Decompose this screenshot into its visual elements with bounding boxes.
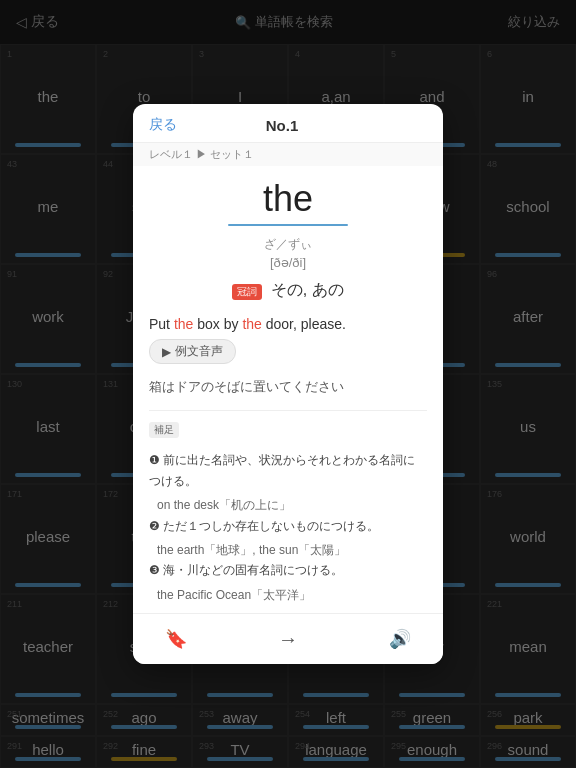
modal-divider [149, 410, 427, 411]
modal-word: the [149, 178, 427, 220]
modal-meaning: 冠詞 その, あの [149, 280, 427, 301]
highlight-the2: the [242, 316, 261, 332]
modal-word-underline [228, 224, 348, 226]
highlight-the1: the [174, 316, 193, 332]
modal-meaning-badge: 冠詞 [232, 284, 262, 300]
next-word-button[interactable]: → [278, 628, 298, 651]
audio-button[interactable]: 🔊 [381, 624, 419, 654]
play-label: 例文音声 [175, 343, 223, 360]
modal-back-button[interactable]: 戻る [149, 116, 177, 134]
modal-note-sub-3: the Pacific Ocean「太平洋」 [157, 585, 427, 605]
modal-note-sub-1: on the desk「机の上に」 [157, 495, 427, 515]
breadcrumb-text: レベル１ ▶ セット１ [149, 147, 254, 162]
modal-translation: 箱はドアのそばに置いてください [149, 378, 427, 396]
modal-note-1: ❶ 前に出た名詞や、状況からそれとわかる名詞につける。 [149, 450, 427, 491]
modal-note-3: ❸ 海・川などの固有名詞につける。 [149, 560, 427, 580]
modal-note-badge: 補足 [149, 422, 179, 438]
modal-title: No.1 [266, 117, 299, 134]
bookmark-button[interactable]: 🔖 [157, 624, 195, 654]
modal-breadcrumb: レベル１ ▶ セット１ [133, 143, 443, 166]
play-audio-button[interactable]: ▶ 例文音声 [149, 339, 236, 364]
modal-example-sentence: Put the box by the door, please. [149, 313, 427, 335]
modal-meaning-text: その, あの [271, 281, 344, 298]
modal-body: the ざ／ずぃ [ðə/ði] 冠詞 その, あの Put the box b… [133, 166, 443, 613]
modal-note-2: ❷ ただ１つしか存在しないものにつける。 [149, 516, 427, 536]
modal-footer: 🔖 → 🔊 [133, 613, 443, 664]
modal-header: 戻る No.1 [133, 104, 443, 143]
modal-pronunciation-kana: ざ／ずぃ [149, 236, 427, 253]
modal-overlay: 戻る No.1 レベル１ ▶ セット１ the ざ／ずぃ [ðə/ði] 冠詞 … [0, 0, 576, 768]
modal-note-sub-2: the earth「地球」, the sun「太陽」 [157, 540, 427, 560]
word-detail-modal: 戻る No.1 レベル１ ▶ セット１ the ざ／ずぃ [ðə/ði] 冠詞 … [133, 104, 443, 664]
play-icon: ▶ [162, 345, 171, 359]
modal-phonetic: [ðə/ði] [149, 255, 427, 270]
